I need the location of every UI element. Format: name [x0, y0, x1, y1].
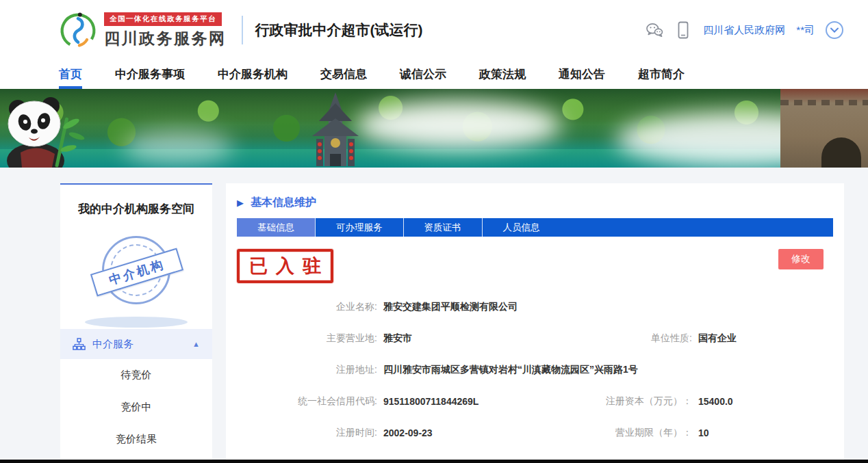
sidebar-item-pending-bid[interactable]: 待竞价	[60, 359, 212, 391]
window-bottom-edge	[0, 460, 868, 463]
registered-status-stamp: 已入驻	[237, 249, 333, 283]
form-row-credit-code: 统一社会信用代码: 91511800711844269L 注册资本（万元）： 1…	[237, 386, 833, 417]
city-wall-illustration	[780, 89, 868, 168]
section-marker-icon: ▶	[237, 198, 244, 208]
nav-item-service-agencies[interactable]: 中介服务机构	[218, 60, 288, 89]
site-logo[interactable]: 全国一体化在线政务服务平台 四川政务服务网	[59, 11, 227, 49]
header-utilities: 四川省人民政府网 **司	[646, 21, 843, 39]
mobile-icon[interactable]	[674, 21, 692, 39]
nav-item-home[interactable]: 首页	[59, 60, 82, 89]
mist-overlay	[123, 130, 233, 164]
username-label[interactable]: **司	[796, 24, 815, 37]
form-row-registration-date: 注册时间: 2002-09-23 营业期限（年）： 10	[237, 417, 833, 449]
site-header: 全国一体化在线政务服务平台 四川政务服务网 行政审批中介超市(试运行) 四川省人…	[0, 0, 868, 60]
tab-certificates[interactable]: 资质证书	[403, 218, 482, 237]
account-dropdown-button[interactable]	[826, 21, 843, 39]
site-name: 四川政务服务网	[104, 28, 227, 49]
agency-seal-illustration: 中介机构	[60, 221, 212, 329]
header-divider	[242, 16, 243, 44]
panda-illustration	[0, 94, 96, 168]
platform-badge: 全国一体化在线政务服务平台	[104, 12, 222, 26]
nav-item-about[interactable]: 超市简介	[638, 60, 685, 89]
page-content: 我的中介机构服务空间 中介机构 中介服务 ▲ 待竞价 竞价中 竞价结果 合同签订…	[0, 168, 868, 463]
tab-basic-info[interactable]: 基础信息	[237, 218, 315, 237]
form-row-business-location: 主要营业地: 雅安市 单位性质: 国有企业	[237, 323, 833, 354]
collapse-arrow-icon[interactable]: ▲	[192, 340, 200, 348]
org-chart-icon	[73, 338, 86, 351]
sidebar-item-bid-results[interactable]: 竞价结果	[60, 423, 212, 455]
sidebar-item-bidding[interactable]: 竞价中	[60, 391, 212, 423]
banner-image	[0, 89, 868, 168]
nav-item-service-matters[interactable]: 中介服务事项	[115, 60, 185, 89]
gov-portal-link[interactable]: 四川省人民政府网	[703, 24, 785, 37]
nav-item-integrity[interactable]: 诚信公示	[400, 60, 446, 89]
sidebar-menu-label: 中介服务	[92, 338, 133, 351]
wechat-icon[interactable]	[646, 21, 663, 39]
basic-info-form: 企业名称: 雅安交建集团平顺检测有限公司 主要营业地: 雅安市 单位性质: 国有…	[237, 291, 833, 449]
nav-item-policies[interactable]: 政策法规	[479, 60, 526, 89]
form-row-company-name: 企业名称: 雅安交建集团平顺检测有限公司	[237, 291, 833, 323]
section-title: 基本信息维护	[251, 196, 316, 210]
nav-item-transactions[interactable]: 交易信息	[320, 60, 367, 89]
tab-available-services[interactable]: 可办理服务	[315, 218, 403, 237]
sichuan-gov-logo-icon	[59, 11, 97, 49]
modify-button[interactable]: 修改	[778, 249, 824, 269]
sidebar-title: 我的中介机构服务空间	[60, 185, 212, 221]
main-panel: ▶ 基本信息维护 基础信息 可办理服务 资质证书 人员信息 已入驻 修改 企业名…	[226, 183, 844, 463]
form-row-registered-address: 注册地址: 四川雅安市雨城区多营镇对岩村“川滇藏物流园区”兴雨路1号	[237, 354, 833, 386]
sidebar: 我的中介机构服务空间 中介机构 中介服务 ▲ 待竞价 竞价中 竞价结果 合同签订…	[60, 183, 212, 463]
info-tabbar: 基础信息 可办理服务 资质证书 人员信息	[237, 218, 833, 237]
nav-item-notices[interactable]: 通知公告	[559, 60, 605, 89]
sidebar-menu-intermediary-services[interactable]: 中介服务 ▲	[60, 329, 212, 359]
main-nav: 首页 中介服务事项 中介服务机构 交易信息 诚信公示 政策法规 通知公告 超市简…	[0, 60, 868, 89]
tab-personnel[interactable]: 人员信息	[482, 218, 561, 237]
portal-title: 行政审批中介超市(试运行)	[255, 21, 423, 40]
pagoda-illustration	[274, 91, 397, 168]
chevron-down-icon	[830, 27, 839, 33]
